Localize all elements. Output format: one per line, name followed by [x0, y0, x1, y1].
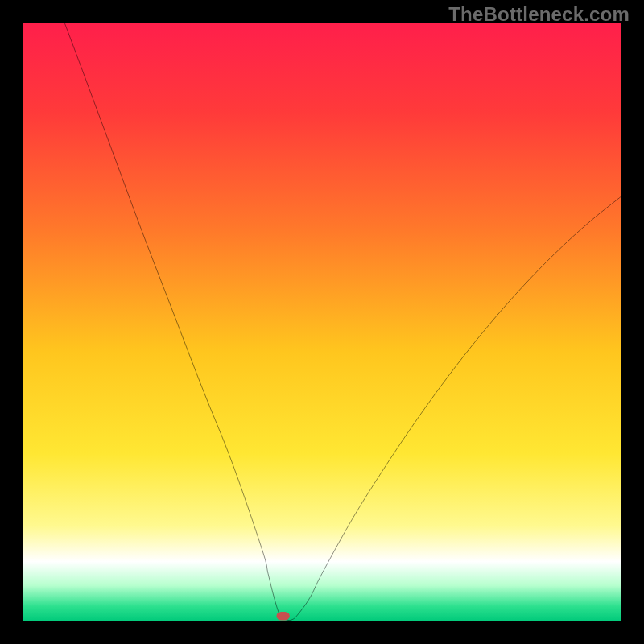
optimal-point-marker: [276, 612, 289, 620]
watermark-text: TheBottleneck.com: [448, 3, 630, 26]
bottleneck-chart: [23, 23, 621, 621]
chart-frame: TheBottleneck.com: [0, 0, 644, 644]
gradient-background: [23, 23, 621, 621]
